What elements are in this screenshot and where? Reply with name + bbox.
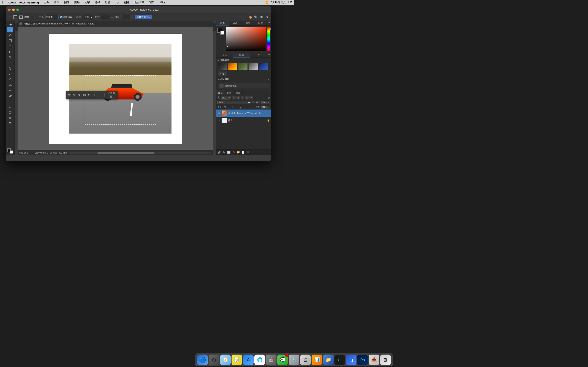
adj-presets-header[interactable]: ▼ 调整预设 (216, 58, 271, 63)
ft-intersect-selection[interactable] (78, 92, 82, 98)
ft-transform[interactable] (92, 92, 96, 98)
lock-all-icon[interactable]: 🔒 (239, 106, 242, 109)
lasso-tool[interactable] (7, 33, 13, 38)
paint-bucket-tool[interactable] (7, 82, 13, 87)
filter-smart-icon[interactable]: ★ (249, 96, 253, 100)
marquee-tool[interactable] (7, 27, 13, 33)
status-arrow-icon[interactable]: › (30, 151, 33, 155)
tab-gradient[interactable]: 渐变 (242, 21, 254, 25)
menu-edit[interactable]: 编辑 (53, 1, 60, 4)
canvas-scroll-area[interactable]: ⋯ 取消选择 (17, 27, 213, 150)
ft-more[interactable]: ⋯ (99, 92, 103, 98)
menu-filter[interactable]: 滤镜 (104, 1, 111, 4)
tab-layers[interactable]: 图层 (216, 90, 225, 95)
adj-panel-menu-icon[interactable]: ☰ (267, 53, 271, 58)
crop-tool[interactable] (7, 44, 13, 49)
clone-stamp-tool[interactable] (7, 66, 13, 71)
ft-mask[interactable] (82, 92, 86, 98)
more-tools-button[interactable]: ••• (7, 142, 13, 148)
layer-visibility-bg[interactable]: 👁 (217, 119, 221, 122)
tab-paths[interactable]: 路径 (234, 90, 242, 95)
add-adjustment-button[interactable]: ⊙ (232, 150, 236, 154)
object-select-tool[interactable] (7, 38, 13, 43)
zoom-tool[interactable] (7, 121, 13, 126)
single-adj-header[interactable]: ▼ 单独调整 ⊞ (216, 77, 271, 82)
panels-icon[interactable]: ⊞ (259, 15, 264, 19)
fill-dropdown-icon[interactable]: ▼ (267, 106, 269, 108)
menu-window[interactable]: 窗口 (148, 1, 155, 4)
preset-4[interactable] (249, 63, 258, 70)
preset-1[interactable] (218, 63, 227, 70)
pen-tool[interactable] (7, 93, 13, 99)
blend-mode-select[interactable]: 正常 (217, 101, 251, 104)
eyedropper-tool[interactable] (7, 49, 13, 54)
new-layer-button[interactable]: 📄 (241, 150, 245, 154)
ft-add-to-selection[interactable] (68, 92, 72, 98)
menu-type[interactable]: 文字 (84, 1, 91, 4)
foreground-background-colors[interactable] (7, 149, 13, 154)
layer-item-car[interactable]: 👁 ninah-heikamp...sHWY-unsplash (216, 109, 271, 117)
hue-bar[interactable] (268, 27, 270, 51)
filter-toggle[interactable] (268, 97, 270, 99)
menu-image[interactable]: 图像 (63, 1, 70, 4)
menu-select[interactable]: 选择 (94, 1, 101, 4)
selection-single-col-icon[interactable] (30, 15, 35, 19)
lock-transparent-pixels-icon[interactable]: ⊡ (223, 106, 227, 109)
filter-adjustment-icon[interactable]: ◑ (236, 96, 240, 100)
menu-file[interactable]: 文件 (43, 1, 50, 4)
background-swatch[interactable] (220, 31, 224, 35)
shape-tool[interactable] (7, 110, 13, 115)
add-fx-button[interactable]: fx (222, 150, 226, 154)
history-brush-tool[interactable] (7, 71, 13, 76)
preset-2[interactable] (228, 63, 237, 70)
layers-panel-menu-icon[interactable]: ☰ (266, 90, 271, 95)
horizontal-scrollbar[interactable] (69, 152, 211, 154)
new-group-button[interactable]: 📁 (236, 150, 240, 154)
tab-close-button[interactable]: × (19, 22, 22, 25)
ft-subtract-from-selection[interactable] (73, 92, 77, 98)
opacity-dropdown-icon[interactable]: ▼ (267, 101, 269, 104)
left-panel-collapse[interactable]: › (15, 23, 17, 31)
filter-pixel-icon[interactable]: ⬛ (232, 96, 236, 100)
color-saturation-box[interactable] (226, 27, 266, 51)
heal-tool[interactable] (7, 55, 13, 60)
layer-item-background[interactable]: 👁 背景 🔒 (216, 117, 271, 124)
preset-3[interactable] (238, 63, 248, 70)
preset-5[interactable] (259, 63, 268, 70)
menu-plugins[interactable]: 增效工具 (133, 1, 145, 4)
minimize-button[interactable] (12, 8, 15, 11)
tab-swatches[interactable]: 色板 (229, 21, 242, 25)
search-icon[interactable]: 🔍 (254, 15, 258, 19)
home-button[interactable]: ⌂ (7, 15, 12, 19)
tab-channels[interactable]: 通道 (225, 90, 234, 95)
filter-text-icon[interactable]: T (241, 96, 244, 100)
width-input[interactable] (101, 15, 110, 19)
hand-tool[interactable] (7, 115, 13, 120)
menu-view[interactable]: 视图 (123, 1, 130, 4)
hue-saturation-button[interactable]: 色相/饱和度 (218, 83, 269, 89)
brush-tool[interactable] (7, 60, 13, 66)
apple-menu[interactable]:  (2, 1, 3, 4)
layer-visibility-car[interactable]: 👁 (217, 111, 221, 115)
menu-help[interactable]: 帮助 (159, 1, 165, 4)
color-picker-icon[interactable]: 🎨 (248, 15, 252, 19)
menu-layer[interactable]: 图层 (73, 1, 80, 4)
tab-color[interactable]: 颜色 (216, 21, 229, 25)
lock-position-icon[interactable]: ✛ (231, 106, 234, 109)
cancel-selection-button[interactable]: 取消选择 (106, 92, 116, 99)
feather-input[interactable] (45, 15, 59, 19)
color-panel-menu-icon[interactable]: ☰ (267, 21, 271, 25)
lock-artboard-icon[interactable]: □ (235, 106, 238, 109)
move-tool[interactable] (7, 22, 13, 27)
path-select-tool[interactable] (7, 104, 13, 109)
more-presets-button[interactable]: 更多 (218, 72, 227, 76)
tab-adjustments[interactable]: 调整 (233, 53, 250, 58)
text-tool[interactable]: T (7, 99, 13, 104)
gradient-tool[interactable] (7, 88, 13, 93)
tab-library[interactable]: 库 (250, 53, 267, 58)
filter-shape-icon[interactable]: △ (245, 96, 249, 100)
adj-grid-view-icon[interactable]: ⊞ (268, 78, 269, 81)
panels-arrow-icon[interactable]: ▼ (265, 15, 269, 19)
right-panel-collapse[interactable]: ‹ (213, 23, 216, 31)
ft-circle-select[interactable] (87, 92, 91, 98)
